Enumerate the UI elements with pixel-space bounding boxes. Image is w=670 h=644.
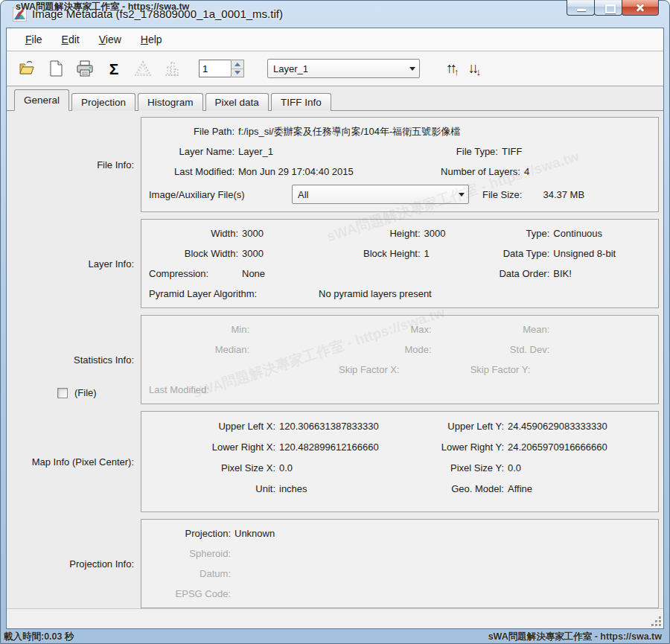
skip-factor-x-label: Skip Factor X: (339, 364, 400, 375)
width-value: 3000 (242, 228, 264, 239)
block-height-value: 1 (424, 248, 430, 259)
app-icon (13, 7, 27, 22)
file-path-value: f:/ips_si/委辦案及任務導向案/104年-福衛五號影像檔 (238, 125, 651, 138)
layer-info-label: Layer Info: (89, 258, 134, 270)
height-value: 3000 (424, 228, 446, 239)
menu-edit[interactable]: Edit (52, 31, 89, 48)
projection-info-label: Projection Info: (69, 558, 134, 570)
map-info-label: Map Info (Pixel Center): (32, 456, 134, 468)
layer-info-section: Layer Info: Width:3000 Height:3000 Type:… (7, 219, 659, 308)
tab-tiff-info[interactable]: TIFF Info (271, 93, 331, 111)
maximize-icon (605, 4, 616, 13)
projection-label: Projection: (149, 528, 231, 539)
statistics-info-section: Statistics Info: (File) Min: Max: Mean: … (7, 315, 659, 404)
data-type-value: Unsigned 8-bit (553, 248, 616, 259)
file-info-label: File Info: (97, 159, 134, 170)
menu-help[interactable]: Help (131, 31, 172, 48)
spinner-up-button[interactable] (232, 60, 243, 69)
lower-right-y-value: 24.2065970916666660 (508, 441, 607, 453)
image-metadata-window: Image Metadata (fs2_178809000_1a_0001_ms… (0, 0, 670, 644)
tab-projection[interactable]: Projection (71, 93, 135, 111)
layer-info-groupbox: Width:3000 Height:3000 Type:Continuous B… (141, 219, 659, 308)
dropdown-arrow (455, 185, 468, 203)
chevron-down-icon (409, 67, 415, 71)
histogram-button[interactable] (162, 59, 182, 78)
layer-number-input[interactable] (199, 60, 231, 77)
data-order-label: Data Order: (490, 268, 549, 279)
new-document-icon (48, 60, 64, 77)
raise-layer-button[interactable]: ↑↑↑ (446, 61, 456, 77)
status-bar (7, 608, 663, 628)
spinner-up-icon (234, 63, 240, 66)
pixel-size-x-label: Pixel Size X: (149, 462, 275, 474)
pixel-size-y-label: Pixel Size Y: (400, 462, 504, 474)
open-file-button[interactable] (17, 59, 36, 78)
tab-histogram[interactable]: Histogram (138, 93, 203, 111)
minimize-button[interactable] (567, 0, 595, 16)
print-button[interactable] (75, 59, 95, 78)
last-modified-value: Mon Jun 29 17:04:40 2015 (238, 166, 354, 177)
layer-name-value: Layer_1 (238, 146, 273, 157)
layer-name-label: Layer Name: (149, 146, 234, 157)
layer-select-value: Layer_1 (273, 63, 406, 74)
tab-pixel-data[interactable]: Pixel data (205, 93, 269, 111)
aux-files-dropdown[interactable]: All (292, 185, 469, 204)
file-checkbox[interactable] (57, 388, 68, 398)
pixel-size-x-value: 0.0 (279, 462, 293, 474)
statistics-button[interactable]: Σ (104, 59, 124, 78)
file-size-label: File Size: (482, 189, 522, 200)
compression-value: None (242, 268, 265, 279)
pyramid-label: Pyramid Layer Algorithm: (149, 288, 319, 299)
pixel-size-y-value: 0.0 (508, 462, 521, 474)
lower-layer-button[interactable]: ↓↓↓ (468, 61, 479, 77)
file-path-label: File Path: (149, 126, 234, 137)
width-label: Width: (149, 228, 238, 239)
sigma-icon: Σ (109, 61, 119, 77)
chevron-down-icon (459, 193, 465, 197)
median-label: Median: (149, 344, 249, 355)
max-label: Max: (350, 324, 432, 335)
aux-files-label: Image/Auxiliary File(s) (149, 189, 289, 200)
upper-left-x-value: 120.306631387833330 (279, 421, 379, 432)
epsg-code-label: EPSG Code: (149, 588, 231, 599)
unit-label: Unit: (149, 483, 275, 494)
type-value: Continuous (553, 228, 602, 239)
close-button[interactable] (622, 0, 659, 16)
projection-value: Unknown (234, 528, 275, 539)
block-width-label: Block Width: (149, 248, 238, 259)
tab-bar: General Projection Histogram Pixel data … (7, 86, 663, 111)
resize-grip[interactable] (651, 616, 662, 627)
geo-model-value: Affine (508, 483, 532, 494)
new-file-button[interactable] (46, 59, 66, 78)
close-icon (635, 2, 645, 13)
title-bar[interactable]: Image Metadata (fs2_178809000_1a_0001_ms… (1, 1, 669, 28)
statistics-groupbox: Min: Max: Mean: Median: Mode: Std. Dev: … (141, 315, 659, 404)
min-label: Min: (149, 324, 249, 335)
minimize-icon (577, 9, 586, 11)
num-layers-value: 4 (524, 166, 529, 177)
spinner-down-icon (234, 71, 240, 74)
menu-bar: File Edit View Help (7, 28, 663, 51)
spheroid-label: Spheroid: (149, 548, 231, 559)
menu-file[interactable]: File (16, 31, 52, 48)
spinner-down-button[interactable] (232, 69, 243, 77)
data-order-value: BIK! (553, 268, 572, 279)
window-controls (567, 0, 659, 16)
statistics-info-label: Statistics Info: (74, 354, 134, 366)
spinner-buttons (231, 60, 244, 77)
tab-general[interactable]: General (14, 89, 69, 111)
pyramid-value: No pyramid layers present (319, 288, 432, 299)
watermark-load-time: 載入時間:0.03 秒 (4, 631, 74, 643)
menu-view[interactable]: View (89, 31, 131, 48)
upper-left-y-label: Upper Left Y: (400, 421, 504, 432)
type-label: Type: (490, 228, 549, 239)
layer-number-spinner (199, 60, 244, 77)
layer-select-dropdown[interactable]: Layer_1 (267, 59, 420, 78)
pyramid-icon (134, 60, 152, 77)
maximize-button[interactable] (594, 0, 622, 16)
map-info-groupbox: Upper Left X:120.306631387833330 Upper L… (141, 411, 659, 512)
lower-right-y-label: Lower Right Y: (400, 441, 504, 453)
datum-label: Datum: (149, 568, 231, 579)
pyramid-layers-button[interactable] (133, 59, 153, 78)
upper-left-y-value: 24.4590629083333330 (508, 421, 607, 432)
